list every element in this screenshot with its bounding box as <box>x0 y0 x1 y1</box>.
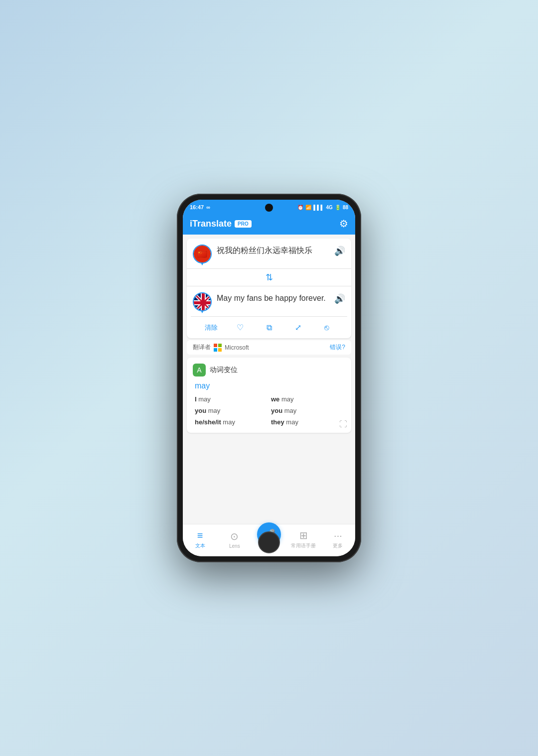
target-lang-dropdown-icon: ▼ <box>200 310 204 314</box>
heart-icon: ♡ <box>237 323 244 332</box>
conjugation-card: A 动词变位 may I may we may you may you may … <box>187 358 351 433</box>
favorite-button[interactable]: ♡ <box>226 321 255 334</box>
share-button[interactable]: ⎋ <box>312 321 341 334</box>
status-clock-icon: ⏰ <box>297 205 303 210</box>
action-bar: 清除 ♡ ⧉ ⤢ ⎋ <box>191 316 347 338</box>
source-text-area[interactable]: 祝我的粉丝们永远幸福快乐 <box>217 245 329 256</box>
nav-lens-label: Lens <box>229 543 240 549</box>
copy-icon: ⧉ <box>267 323 272 332</box>
conjugation-header: A 动词变位 <box>193 364 345 377</box>
translator-name: Microsoft <box>225 344 249 351</box>
target-text-area: May my fans be happy forever. <box>217 292 329 304</box>
main-content: 🇨🇳 ▼ 祝我的粉丝们永远幸福快乐 🔊 ⇅ <box>183 235 355 524</box>
conj-row-1-left: I may <box>193 394 269 404</box>
conj-row-2-left: you may <box>193 406 269 415</box>
conjugation-icon: A <box>193 364 206 377</box>
status-signal-bars: ▌▌▌ <box>313 205 324 210</box>
phone-camera <box>265 204 273 212</box>
settings-icon[interactable]: ⚙ <box>339 218 348 230</box>
conjugation-grid: I may we may you may you may he/she/it m… <box>193 394 345 427</box>
app-title-container: iTranslate PRO <box>190 219 252 229</box>
translation-card: 🇨🇳 ▼ 祝我的粉丝们永远幸福快乐 🔊 ⇅ <box>187 239 351 338</box>
nav-text-icon: ≡ <box>197 530 203 541</box>
status-signal-icon: ∞ <box>206 204 210 210</box>
source-speaker-icon[interactable]: 🔊 <box>334 246 345 256</box>
nav-phrasebook-icon: ⊞ <box>299 529 308 541</box>
translator-prefix: 翻译者 <box>193 343 211 352</box>
conj-row-3-left: he/she/it may <box>193 417 269 427</box>
status-time: 16:47 <box>190 204 204 210</box>
svg-rect-9 <box>214 344 217 347</box>
copy-button[interactable]: ⧉ <box>255 321 283 334</box>
target-speaker-icon[interactable]: 🔊 <box>334 293 345 304</box>
nav-item-text[interactable]: ≡ 文本 <box>183 528 217 551</box>
target-flag <box>193 292 212 311</box>
translated-text: May my fans be happy forever. <box>217 294 326 302</box>
svg-rect-11 <box>214 348 217 352</box>
nav-more-icon: ··· <box>334 530 342 541</box>
swap-icon: ⇅ <box>266 272 273 283</box>
source-section: 🇨🇳 ▼ 祝我的粉丝们永远幸福快乐 🔊 <box>187 239 351 268</box>
status-4g-icon: 4G <box>326 205 333 210</box>
ms-logo-svg <box>214 344 222 352</box>
nav-item-phrasebook[interactable]: ⊞ 常用语手册 <box>286 527 321 551</box>
nav-text-label: 文本 <box>195 542 205 549</box>
source-flag: 🇨🇳 <box>193 245 212 263</box>
phone-home-button[interactable] <box>258 531 280 553</box>
swap-divider[interactable]: ⇅ <box>187 268 351 286</box>
translator-left: 翻译者 Microsoft <box>193 343 249 352</box>
nav-phrasebook-label: 常用语手册 <box>291 542 316 549</box>
error-button[interactable]: 错误? <box>330 343 345 352</box>
nav-lens-icon: ⊙ <box>230 530 239 542</box>
source-lang-dropdown-icon: ▼ <box>200 262 204 266</box>
uk-flag-svg <box>194 293 212 311</box>
conj-row-1-right: we may <box>269 394 345 404</box>
app-header: iTranslate PRO ⚙ <box>183 214 355 235</box>
nav-item-more[interactable]: ··· 更多 <box>321 528 355 551</box>
translator-info: 翻译者 Microsoft 错误? <box>187 340 351 355</box>
conj-row-2-right: you may <box>269 406 345 415</box>
microsoft-logo <box>214 344 222 352</box>
svg-rect-10 <box>218 344 222 347</box>
svg-rect-12 <box>218 348 222 352</box>
source-text: 祝我的粉丝们永远幸福快乐 <box>217 246 312 254</box>
nav-more-label: 更多 <box>333 542 343 549</box>
nav-item-lens[interactable]: ⊙ Lens <box>217 528 252 551</box>
conjugation-title: 动词变位 <box>210 366 238 375</box>
conj-row-3-right: they may <box>269 417 345 427</box>
conjugation-word[interactable]: may <box>193 381 345 390</box>
target-flag-wrapper[interactable]: ▼ <box>193 292 212 311</box>
phone-screen: 16:47 ∞ ⏰ 📶 ▌▌▌ 4G 🔋 88 iTranslate PRO ⚙ <box>183 200 355 556</box>
chinese-flag: 🇨🇳 <box>194 246 211 262</box>
target-section: ▼ May my fans be happy forever. 🔊 <box>187 286 351 316</box>
conjugation-expand-icon[interactable]: ⛶ <box>339 420 347 429</box>
source-flag-wrapper[interactable]: 🇨🇳 ▼ <box>193 245 212 263</box>
clear-button[interactable]: 清除 <box>197 321 226 334</box>
share-icon: ⎋ <box>324 323 329 332</box>
status-battery-level: 88 <box>343 205 348 210</box>
phone-frame: 16:47 ∞ ⏰ 📶 ▌▌▌ 4G 🔋 88 iTranslate PRO ⚙ <box>177 194 361 562</box>
app-title-text: iTranslate <box>190 219 232 229</box>
expand-icon: ⤢ <box>295 323 301 332</box>
expand-button[interactable]: ⤢ <box>283 321 312 334</box>
pro-badge: PRO <box>235 220 252 228</box>
status-wifi-icon: 📶 <box>305 205 311 210</box>
status-battery-icon: 🔋 <box>335 205 341 210</box>
